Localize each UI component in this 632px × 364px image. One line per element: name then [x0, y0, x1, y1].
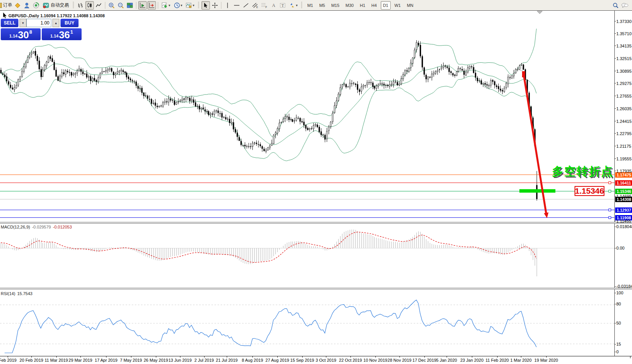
date-label[interactable]: 17 Apr 2019 [95, 358, 117, 362]
sell-price-big: 30 [18, 30, 29, 39]
rsi-axis-label[interactable]: 100 [616, 291, 623, 295]
mouse-cursor [3, 12, 7, 18]
bollinger-middle-band [1, 64, 537, 145]
macd-rsi-splitter[interactable] [0, 288, 632, 289]
macd-name: MACD(12,26,9) [1, 225, 30, 229]
chart-title: GBPUSD-,Daily 1.16094 1.17922 1.14088 1.… [8, 13, 105, 18]
hline-handle[interactable] [609, 209, 611, 211]
volume-decrease-button[interactable]: ▼ [20, 19, 26, 27]
sell-button[interactable]: SELL [1, 19, 18, 27]
price-tick-label[interactable]: 1.24415 [616, 119, 632, 124]
date-label[interactable]: 7 May 2019 [120, 358, 142, 362]
buy-price-small: 1.14 [50, 34, 58, 38]
turning-point-annotation[interactable]: 多空转折点 [552, 164, 613, 180]
price-tick-label[interactable]: 1.19555 [616, 157, 632, 161]
macd-signal-value: -0.012053 [53, 225, 72, 229]
date-label[interactable]: 10 Nov 2019 [363, 358, 387, 362]
price-tick-label[interactable]: 1.34135 [616, 44, 632, 48]
price-tick-label[interactable]: 1.35710 [616, 31, 632, 36]
green-highlight-bar[interactable] [519, 189, 555, 193]
date-label[interactable]: 13 Jun 2019 [169, 358, 192, 362]
macd-axis-label[interactable]: 0.018048 [616, 224, 632, 229]
date-label[interactable]: 23 Jan 2020 [460, 358, 484, 362]
date-label[interactable]: 29 Mar 2019 [69, 358, 92, 362]
price-label-1.12937: 1.12937 [615, 207, 632, 213]
candle-wicks [1, 40, 537, 201]
price-tick-label[interactable]: 1.22795 [616, 131, 632, 136]
hline-handle[interactable] [609, 182, 611, 184]
rsi-axis-label[interactable]: 80 [616, 302, 621, 306]
date-label[interactable]: 26 May 2019 [144, 358, 168, 362]
date-label[interactable]: 28 Nov 2019 [388, 358, 411, 362]
price-label-1.15346: 1.15346 [615, 189, 632, 194]
date-label[interactable]: 11 Feb 2020 [486, 358, 509, 362]
date-label[interactable]: 2 Jul 2019 [195, 358, 214, 362]
buy-price-sup: 1 [70, 29, 73, 35]
rsi-axis-label[interactable]: 50 [616, 321, 621, 325]
price-callout-box[interactable]: 1.15346 [575, 186, 604, 196]
sell-price-display[interactable]: 1.14308 [1, 28, 41, 40]
hline-handle[interactable] [609, 217, 611, 219]
rsi-line [5, 300, 537, 353]
price-tick-label[interactable]: 1.21175 [616, 144, 631, 149]
bollinger-upper-band [1, 29, 537, 137]
hline-handle[interactable] [609, 190, 611, 193]
price-label-1.16411: 1.16411 [615, 180, 632, 186]
buy-price-display[interactable]: 1.14361 [42, 28, 82, 40]
buy-button[interactable]: BUY [61, 19, 79, 27]
price-tick-label[interactable]: 1.32515 [616, 56, 632, 61]
date-label[interactable]: 1 Mar 2020 [510, 358, 532, 362]
rsi-title: RSI(14)15.7543 [1, 291, 33, 296]
chart-canvas[interactable] [0, 0, 632, 364]
macd-signal-line [1, 232, 537, 262]
date-label[interactable]: 5 Jan 2020 [436, 358, 457, 362]
date-label[interactable]: 11 Mar 2019 [45, 358, 68, 362]
price-tick-label[interactable]: 1.26035 [616, 106, 632, 111]
date-label[interactable]: 20 Feb 2019 [20, 358, 43, 362]
date-label[interactable]: 21 Jul 2019 [216, 358, 238, 362]
price-tick-label[interactable]: 1.29275 [616, 81, 632, 86]
chart-shift-marker[interactable] [537, 11, 542, 14]
date-label[interactable]: 3 Oct 2019 [316, 358, 336, 362]
date-label[interactable]: Feb 2019 [0, 358, 16, 362]
date-label[interactable]: 19 Mar 2020 [534, 358, 558, 362]
sell-price-sup: 8 [29, 29, 32, 35]
price-tick-label[interactable]: 1.17935 [616, 169, 632, 173]
price-tick-label[interactable]: 1.11455 [616, 219, 631, 224]
mt4-window: 订单 自动交易 [0, 0, 632, 364]
date-label[interactable]: 22 Oct 2019 [339, 358, 362, 362]
rsi-axis-label[interactable]: 0 [616, 349, 619, 354]
macd-histogram [1, 230, 537, 276]
macd-axis-label[interactable]: -0.031847 [616, 284, 632, 289]
date-label[interactable]: 27 Aug 2019 [265, 358, 289, 362]
bull-candles [14, 42, 522, 152]
one-click-trading-panel: SELL ▼ 1.00 ▲ BUY 1.14308 1.14361 [1, 19, 82, 40]
volume-increase-button[interactable]: ▲ [52, 19, 59, 27]
date-label[interactable]: 15 Sep 2019 [290, 358, 314, 362]
price-tick-label[interactable]: 1.30895 [616, 69, 632, 73]
main-macd-splitter[interactable] [0, 222, 632, 224]
date-label[interactable]: 17 Dec 2019 [413, 358, 436, 362]
buy-price-big: 36 [59, 30, 70, 39]
rsi-value: 15.7543 [17, 291, 33, 296]
price-tick-label[interactable]: 1.27655 [616, 94, 632, 98]
sell-price-small: 1.14 [9, 34, 17, 38]
price-tick-label[interactable]: 1.14695 [616, 194, 632, 199]
volume-input[interactable]: 1.00 [26, 19, 51, 27]
bear-candles [0, 43, 537, 199]
rsi-name: RSI(14) [1, 291, 15, 296]
trend-arrow-head [544, 212, 548, 218]
macd-title: MACD(12,26,9)-0.029579-0.012053 [1, 225, 72, 229]
rsi-axis-label[interactable]: 15 [616, 342, 621, 346]
price-tick-label[interactable]: 1.37330 [616, 19, 632, 24]
date-label[interactable]: 8 Aug 2019 [242, 358, 263, 362]
macd-main-value: -0.029579 [32, 225, 51, 229]
macd-axis-label[interactable]: 0.00 [616, 246, 624, 250]
